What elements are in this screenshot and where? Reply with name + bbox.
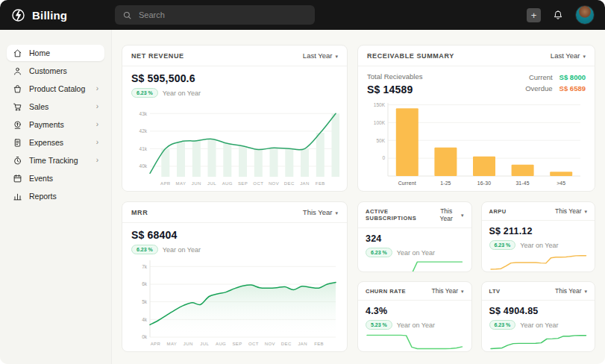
receivable-chart: 150K100K50K0Current1-2516-3031-45>45 [367, 99, 586, 187]
period-dropdown[interactable]: This Year [555, 207, 587, 215]
churn-rate-value: 4.3% [366, 306, 464, 316]
customers-icon [13, 66, 22, 76]
card-title: CHURN RATE [366, 288, 406, 295]
chevron-down-icon [583, 51, 586, 60]
yoy-badge: 6.23 % [366, 248, 392, 257]
sidebar-item-sales[interactable]: Sales [7, 98, 104, 115]
period-dropdown[interactable]: This Year [434, 207, 463, 222]
notifications-bell-icon[interactable] [552, 9, 564, 21]
chevron-right-icon [96, 103, 98, 110]
arpu-value: S$ 211.12 [489, 226, 588, 236]
net-revenue-body: S$ 595,500.6 6.23 % Year on Year 43k42k4… [122, 66, 347, 191]
card-title: ACTIVE SUBSCRIPTIONS [366, 208, 434, 222]
reports-icon [13, 192, 22, 201]
sidebar-item-expenses[interactable]: Expenses [7, 134, 104, 151]
active-subscriptions-card: ACTIVE SUBSCRIPTIONSThis Year3246.23 %Ye… [357, 201, 472, 272]
user-avatar[interactable] [575, 5, 595, 25]
yoy-label: Year on Year [163, 90, 201, 97]
receivable-summary-card: RECEIVABLE SUMMARY Last Year Total Recie… [357, 45, 595, 192]
yoy-badge: 6.23 % [131, 245, 158, 254]
ltv-header: LTVThis Year [482, 282, 595, 301]
active-subscriptions-value: 324 [366, 233, 464, 244]
svg-text:SEP: SEP [232, 342, 242, 346]
svg-text:6k: 6k [142, 281, 148, 286]
svg-text:FEB: FEB [316, 181, 325, 186]
sidebar-item-label: Customers [29, 66, 67, 75]
mrr-body: S$ 68404 6.23 % Year on Year 7k6k5k4k0kA… [122, 223, 347, 351]
svg-text:OCT: OCT [248, 342, 259, 346]
period-dropdown[interactable]: This Year [303, 208, 338, 216]
chevron-down-icon [584, 207, 587, 215]
mrr-card: MRR This Year S$ 68404 6.23 % Year on Ye… [122, 201, 348, 352]
yoy-badge: 6.23 % [131, 88, 158, 98]
period-dropdown[interactable]: Last Year [551, 51, 586, 60]
ltv-card: LTVThis YearS$ 4904.856.23 %Year on Year [481, 281, 596, 352]
svg-text:JUN: JUN [184, 342, 193, 346]
card-title: MRR [131, 209, 148, 216]
time-tracking-icon [13, 156, 22, 166]
sidebar-item-home[interactable]: Home [7, 45, 104, 61]
search-box[interactable] [115, 5, 315, 25]
app-title: Billing [32, 9, 67, 22]
period-dropdown[interactable]: This Year [432, 287, 464, 295]
churn-rate-trend: 5.23 %Year on Year [366, 320, 464, 330]
yoy-label: Year on Year [163, 246, 201, 254]
current-value: S$ 8000 [559, 73, 586, 81]
product-catalog-icon [13, 84, 22, 94]
events-icon [13, 174, 22, 183]
arpu-trend: 6.23 %Year on Year [489, 240, 588, 250]
svg-text:DEC: DEC [281, 342, 292, 346]
period-label: This Year [555, 207, 581, 215]
net-revenue-header: NET REVENUE Last Year [122, 46, 347, 66]
brand: Billing [10, 7, 115, 23]
card-title: LTV [489, 288, 501, 295]
sidebar-item-label: Sales [29, 102, 48, 111]
add-button[interactable]: + [527, 8, 541, 22]
receivable-totals: Total Recievables S$ 14589 Current S$ 80… [367, 72, 586, 95]
sidebar-item-events[interactable]: Events [7, 170, 104, 186]
sidebar-item-label: Home [29, 48, 50, 57]
ltv-value: S$ 4904.85 [489, 306, 588, 316]
sidebar-item-payments[interactable]: Payments [7, 116, 104, 133]
svg-text:MAY: MAY [176, 181, 186, 186]
svg-text:DEC: DEC [284, 181, 295, 186]
period-label: Last Year [551, 51, 580, 60]
churn-rate-header: CHURN RATEThis Year [358, 282, 471, 301]
chevron-right-icon [96, 121, 98, 128]
active-subscriptions-body: 3246.23 %Year on Year [358, 228, 471, 272]
chevron-right-icon [96, 85, 98, 92]
yoy-label: Year on Year [520, 321, 558, 329]
svg-text:16-30: 16-30 [477, 181, 491, 186]
mrr-header: MRR This Year [122, 202, 347, 223]
period-dropdown[interactable]: This Year [555, 287, 587, 295]
total-receivables: Total Recievables S$ 14589 [367, 72, 422, 95]
svg-text:1-25: 1-25 [440, 181, 451, 186]
sidebar-item-label: Expenses [29, 138, 63, 147]
current-label: Current [529, 73, 553, 81]
svg-text:100K: 100K [374, 120, 386, 125]
sidebar-item-reports[interactable]: Reports [7, 188, 104, 204]
net-revenue-card: NET REVENUE Last Year S$ 595,500.6 6.23 … [122, 45, 348, 192]
sidebar-item-label: Reports [29, 192, 57, 201]
arpu-sparkline [489, 250, 588, 272]
arpu-body: S$ 211.126.23 %Year on Year [482, 221, 595, 272]
svg-text:JUL: JUL [200, 342, 209, 346]
svg-text:NOV: NOV [269, 181, 279, 186]
svg-text:>45: >45 [557, 181, 565, 186]
period-label: This Year [303, 208, 333, 216]
receivable-header: RECEIVABLE SUMMARY Last Year [358, 46, 595, 66]
churn-rate-card: CHURN RATEThis Year4.3%5.23 %Year on Yea… [357, 281, 472, 352]
chevron-down-icon [461, 287, 464, 295]
sidebar-nav: HomeCustomersProduct CatalogSalesPayment… [0, 30, 112, 364]
chevron-down-icon [461, 211, 464, 219]
period-label: Last Year [303, 51, 333, 60]
sidebar-item-customers[interactable]: Customers [7, 63, 104, 79]
card-title: ARPU [489, 208, 507, 215]
svg-text:SEP: SEP [238, 181, 248, 186]
search-input[interactable] [137, 10, 307, 20]
sidebar-item-label: Time Tracking [29, 156, 78, 165]
sidebar-item-product-catalog[interactable]: Product Catalog [7, 81, 104, 97]
period-dropdown[interactable]: Last Year [303, 51, 338, 60]
sidebar-item-time-tracking[interactable]: Time Tracking [7, 152, 104, 169]
topbar-actions: + [527, 5, 595, 25]
